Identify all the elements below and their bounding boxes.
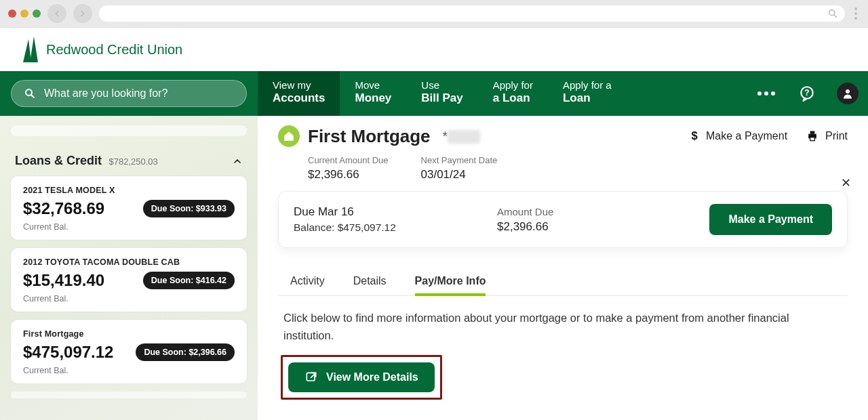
home-icon: [278, 125, 300, 147]
nav-item-line1: Apply for a: [563, 79, 612, 91]
traffic-lights: [8, 9, 41, 18]
external-link-icon: [304, 371, 318, 384]
content: First Mortgage * $ Make a Payment Print …: [258, 116, 868, 420]
account-tabs: Activity Details Pay/More Info: [278, 268, 848, 296]
minimize-window-icon[interactable]: [20, 9, 28, 18]
due-date: Due Mar 16: [294, 205, 477, 219]
view-more-details-button[interactable]: View More Details: [288, 362, 435, 392]
loan-sublabel: Current Bal.: [23, 222, 235, 232]
loan-sublabel: Current Bal.: [23, 366, 235, 375]
nav-item-move-money[interactable]: Move Money: [340, 71, 406, 116]
close-window-icon[interactable]: [8, 9, 16, 18]
nav-item-line1: Move: [355, 79, 391, 91]
svg-rect-8: [810, 138, 815, 141]
sidebar: Loans & Credit $782,250.03 2021 TESLA MO…: [0, 116, 258, 420]
loan-sublabel: Current Bal.: [23, 294, 235, 303]
browser-menu-icon[interactable]: [852, 7, 860, 20]
kv-value: $2,396.66: [308, 168, 389, 182]
tab-pay-more-info[interactable]: Pay/More Info: [415, 268, 486, 295]
make-payment-button[interactable]: Make a Payment: [709, 204, 832, 235]
nav-item-line1: View my: [273, 79, 325, 91]
loan-amount: $475,097.12: [23, 343, 113, 362]
amount-due-label: Amount Due: [497, 206, 553, 217]
more-menu[interactable]: [746, 71, 787, 116]
account-title: First Mortgage: [308, 126, 431, 147]
avatar-icon: [837, 83, 859, 104]
make-payment-link[interactable]: $ Make a Payment: [688, 129, 787, 144]
kv-value: 03/01/24: [421, 168, 498, 182]
svg-rect-7: [810, 131, 815, 134]
nav-item-line1: Apply for: [493, 79, 533, 91]
profile-button[interactable]: [827, 71, 868, 116]
nav-item-bill-pay[interactable]: Use Bill Pay: [406, 71, 477, 116]
due-soon-pill: Due Soon: $933.93: [143, 200, 235, 217]
loan-title: 2021 TESLA MODEL X: [23, 186, 235, 195]
loan-card[interactable]: 2021 TESLA MODEL X $32,768.69 Due Soon: …: [11, 176, 247, 240]
loan-card[interactable]: 2012 TOYOTA TACOMA DOUBLE CAB $15,419.40…: [11, 248, 247, 312]
loan-card[interactable]: First Mortgage $475,097.12 Due Soon: $2,…: [11, 320, 247, 383]
nav-item-accounts[interactable]: View my Accounts: [258, 71, 340, 116]
search-icon: [24, 87, 36, 100]
loan-title: First Mortgage: [23, 329, 235, 339]
svg-rect-9: [307, 373, 315, 381]
due-soon-pill: Due Soon: $2,396.66: [136, 343, 235, 361]
loan-amount: $15,419.40: [23, 271, 104, 290]
dollar-icon: $: [688, 129, 701, 144]
logo-row: Redwood Credit Union: [0, 28, 868, 71]
logo[interactable]: Redwood Credit Union: [19, 37, 182, 62]
nav-item-line2: Bill Pay: [421, 91, 462, 105]
nav-item-apply-loan[interactable]: Apply for a Loan: [478, 71, 548, 116]
print-link[interactable]: Print: [805, 129, 848, 143]
sidebar-card-peek: [11, 125, 247, 136]
maximize-window-icon[interactable]: [33, 9, 41, 18]
svg-text:?: ?: [804, 88, 809, 98]
svg-text:$: $: [691, 129, 697, 142]
svg-point-4: [846, 89, 850, 93]
forward-button[interactable]: [73, 4, 92, 23]
loan-amount: $32,768.69: [23, 199, 104, 218]
nav-item-line2: Accounts: [273, 91, 325, 105]
help-button[interactable]: ?: [787, 71, 827, 116]
back-button[interactable]: [47, 4, 66, 23]
print-icon: [805, 129, 820, 143]
nav-search-wrap: [0, 71, 258, 116]
nav-item-apply-loan-2[interactable]: Apply for a Loan: [548, 71, 627, 116]
nav-item-line1: Use: [421, 79, 462, 91]
sidebar-card-peek: [11, 392, 247, 398]
button-label: View More Details: [326, 371, 418, 383]
logo-mark-icon: [19, 37, 39, 62]
browser-chrome: [0, 0, 868, 28]
highlight-box: View More Details: [281, 355, 442, 400]
tab-activity[interactable]: Activity: [290, 268, 325, 295]
action-label: Make a Payment: [706, 130, 787, 142]
action-label: Print: [825, 130, 848, 142]
nav-item-line2: a Loan: [493, 91, 533, 105]
account-mask: *: [443, 129, 481, 144]
ellipsis-icon: [757, 91, 775, 96]
help-chat-icon: ?: [798, 85, 816, 102]
section-title: Loans & Credit: [15, 154, 102, 167]
close-icon[interactable]: ✕: [841, 175, 851, 190]
due-balance: Balance: $475,097.12: [294, 222, 477, 234]
sidebar-section-header[interactable]: Loans & Credit $782,250.03: [11, 151, 247, 176]
section-total: $782,250.03: [108, 156, 157, 167]
amount-due-value: $2,396.66: [497, 220, 553, 234]
account-header: First Mortgage * $ Make a Payment Print: [278, 125, 848, 147]
masked-number: [448, 130, 480, 144]
search-input[interactable]: [44, 87, 234, 100]
due-card: ✕ Due Mar 16 Balance: $475,097.12 Amount…: [278, 191, 848, 248]
account-summary-row: Current Amount Due $2,396.66 Next Paymen…: [278, 154, 848, 191]
primary-nav: View my Accounts Move Money Use Bill Pay…: [0, 71, 868, 116]
search-icon: [827, 8, 838, 19]
logo-text: Redwood Credit Union: [46, 42, 182, 58]
url-bar[interactable]: [99, 5, 845, 22]
kv-label: Next Payment Date: [421, 155, 498, 165]
nav-item-line2: Money: [355, 91, 391, 105]
tab-details[interactable]: Details: [353, 268, 387, 295]
due-soon-pill: Due Soon: $416.42: [143, 272, 235, 289]
loan-title: 2012 TOYOTA TACOMA DOUBLE CAB: [23, 257, 235, 267]
pay-info-text: Click below to find more information abo…: [283, 310, 842, 344]
nav-item-line2: Loan: [563, 91, 612, 105]
chevron-up-icon: [232, 156, 243, 167]
nav-search[interactable]: [11, 80, 247, 107]
